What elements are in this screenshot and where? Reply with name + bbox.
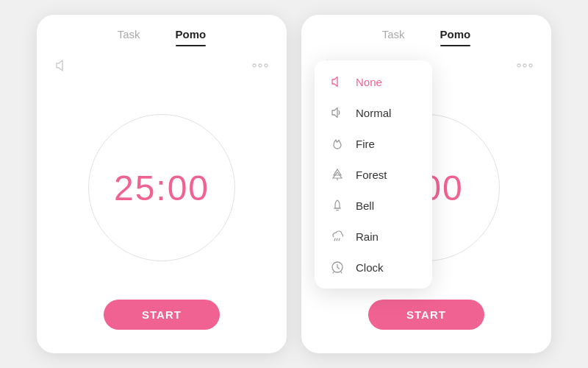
dropdown-item-clock[interactable]: Clock: [315, 252, 432, 283]
svg-line-11: [337, 238, 337, 241]
rain-icon: [329, 228, 345, 244]
left-tab-pomo[interactable]: Pomo: [176, 28, 207, 45]
dropdown-label-clock: Clock: [356, 261, 384, 274]
dropdown-label-fire: Fire: [356, 138, 375, 150]
dropdown-label-none: None: [356, 76, 382, 88]
left-tab-bar: Task Pomo: [37, 15, 287, 45]
svg-line-12: [339, 238, 340, 241]
sound-dropdown: None Normal Fire: [315, 60, 432, 289]
dropdown-item-normal[interactable]: Normal: [315, 97, 432, 128]
left-tab-task[interactable]: Task: [118, 28, 140, 45]
right-tab-bar: Task Pomo: [301, 15, 551, 45]
dropdown-label-forest: Forest: [356, 169, 387, 181]
left-timer-display: 25:00: [114, 168, 209, 208]
dropdown-label-rain: Rain: [356, 230, 379, 243]
clock-icon: [329, 259, 345, 275]
svg-line-10: [334, 238, 335, 241]
svg-point-0: [253, 64, 256, 67]
dropdown-label-bell: Bell: [356, 199, 374, 212]
dropdown-label-normal: Normal: [356, 107, 391, 119]
right-tab-pomo[interactable]: Pomo: [440, 28, 471, 45]
dropdown-menu-container: None Normal Fire: [315, 60, 432, 289]
left-icon-row: [37, 45, 287, 76]
left-timer-area: 25:00: [88, 76, 235, 300]
left-timer-circle: 25:00: [88, 114, 235, 261]
svg-point-1: [259, 64, 262, 67]
fire-icon: [329, 135, 345, 152]
svg-point-2: [265, 64, 268, 67]
left-speaker-icon[interactable]: [53, 55, 74, 76]
dropdown-item-forest[interactable]: Forest: [315, 159, 432, 190]
right-phone-card: Task Pomo None: [301, 15, 551, 353]
dropdown-item-none[interactable]: None: [315, 66, 432, 97]
svg-point-3: [517, 64, 520, 67]
right-tab-task[interactable]: Task: [382, 28, 405, 45]
left-start-button[interactable]: START: [104, 300, 220, 330]
normal-icon: [329, 105, 345, 121]
svg-point-4: [523, 64, 526, 67]
forest-icon: [329, 166, 345, 183]
svg-point-5: [529, 64, 532, 67]
left-more-icon[interactable]: [250, 55, 270, 76]
dropdown-item-rain[interactable]: Rain: [315, 221, 432, 252]
right-start-button[interactable]: START: [368, 300, 484, 330]
left-phone-card: Task Pomo 25:00 START: [37, 15, 287, 353]
none-icon: [329, 74, 345, 90]
right-more-icon[interactable]: [514, 55, 535, 76]
dropdown-item-fire[interactable]: Fire: [315, 128, 432, 159]
dropdown-item-bell[interactable]: Bell: [315, 190, 432, 221]
bell-icon: [329, 197, 345, 213]
